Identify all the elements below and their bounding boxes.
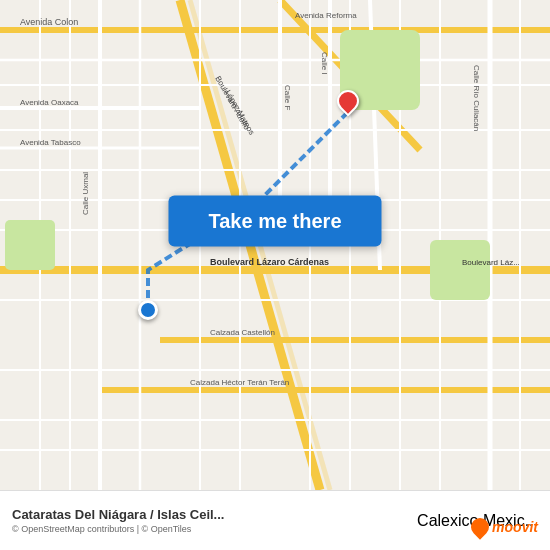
svg-text:Avenida Oaxaca: Avenida Oaxaca xyxy=(20,98,79,107)
bottom-bar: Cataratas Del Niágara / Islas Ceil... © … xyxy=(0,490,550,550)
svg-text:Avenida Colon: Avenida Colon xyxy=(20,17,78,27)
svg-text:Calle Río Culiacán: Calle Río Culiacán xyxy=(472,65,481,131)
svg-rect-37 xyxy=(5,220,55,270)
map-container: Avenida Colon Avenida Oaxaca Avenida Tab… xyxy=(0,0,550,490)
origin-stop-name: Cataratas Del Niágara / Islas Ceil... xyxy=(12,507,224,522)
destination-marker xyxy=(337,90,359,112)
svg-text:Boulevard Lázaro Cárdenas: Boulevard Lázaro Cárdenas xyxy=(210,257,329,267)
moovit-logo: moovit xyxy=(471,518,538,536)
origin-label-area: Cataratas Del Niágara / Islas Ceil... © … xyxy=(12,507,224,534)
svg-text:Avenida Reforma: Avenida Reforma xyxy=(295,11,357,20)
origin-marker xyxy=(138,300,158,320)
svg-text:Boulevard Láz...: Boulevard Láz... xyxy=(462,258,520,267)
svg-text:Calle I: Calle I xyxy=(320,52,329,75)
take-me-there-button[interactable]: Take me there xyxy=(168,195,381,246)
svg-text:Avenida Tabasco: Avenida Tabasco xyxy=(20,138,81,147)
moovit-logo-text: moovit xyxy=(492,519,538,535)
destination-label-area: Calexico Mexic... moovit xyxy=(417,512,538,530)
svg-text:Calzada Castellón: Calzada Castellón xyxy=(210,328,275,337)
svg-text:Calle F: Calle F xyxy=(283,85,292,110)
map-attribution: © OpenStreetMap contributors | © OpenTil… xyxy=(12,524,224,534)
svg-rect-36 xyxy=(430,240,490,300)
moovit-logo-icon xyxy=(467,514,492,539)
svg-text:Calzada Héctor Terán Terán: Calzada Héctor Terán Terán xyxy=(190,378,289,387)
svg-text:Calle Uxmal: Calle Uxmal xyxy=(81,172,90,215)
